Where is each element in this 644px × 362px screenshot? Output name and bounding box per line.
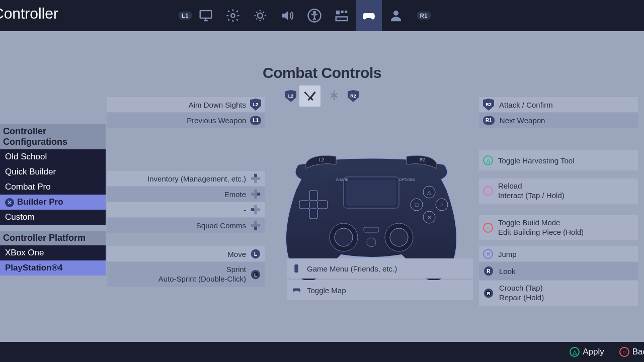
- svg-rect-6: [341, 11, 344, 13]
- svg-text:L2: L2: [319, 157, 324, 162]
- bind-previous-weapon[interactable]: Previous WeaponL1: [107, 113, 265, 128]
- bind-jump[interactable]: ✕Jump: [479, 246, 638, 261]
- config-builder-pro[interactable]: ✕Builder Pro: [0, 195, 106, 210]
- dpad-up-icon: [250, 173, 261, 184]
- svg-text:L: L: [254, 273, 257, 278]
- configs-heading: Controller Configurations: [0, 124, 106, 149]
- tab-controller[interactable]: [356, 0, 382, 31]
- config-custom[interactable]: ✕Custom: [0, 210, 106, 225]
- dpad-right-icon: [250, 189, 261, 200]
- bind-attack[interactable]: R2Attack / Confirm: [479, 97, 638, 112]
- right-binds-circle: ○Toggle Build ModeEdit Building Piece (H…: [479, 215, 638, 241]
- center-binds: Game Menu (Friends, etc.) Toggle Map: [287, 258, 473, 301]
- tab-accessibility[interactable]: [301, 0, 328, 31]
- l1-bumper-icon: L1: [179, 12, 192, 20]
- svg-rect-5: [336, 11, 340, 15]
- bind-squad-comms[interactable]: Squad Comms: [107, 218, 265, 233]
- right-binds-lower: ✕Jump RLook RCrouch (Tap)Repair (Hold): [479, 246, 638, 306]
- left-stick-icon: L: [250, 248, 261, 259]
- r1-bumper-icon: R1: [417, 12, 431, 20]
- bind-harvesting-tool[interactable]: △Toggle Harvesting Tool: [479, 150, 638, 170]
- config-quick-builder[interactable]: ✕Quick Builder: [0, 164, 106, 179]
- right-binds-triggers: R2Attack / Confirm R1Next Weapon: [479, 97, 638, 128]
- page-title: Controller: [0, 5, 58, 22]
- r2-icon: R2: [483, 99, 494, 111]
- tab-display[interactable]: [193, 0, 219, 31]
- mode-build[interactable]: [324, 85, 345, 107]
- left-binds-dpad: Inventory (Management, etc.) Emote - Squ…: [107, 171, 265, 233]
- bind-game-menu[interactable]: Game Menu (Friends, etc.): [287, 258, 473, 279]
- platform-heading: Controller Platform: [0, 231, 106, 245]
- right-binds-square: □ReloadInteract (Tap / Hold): [479, 178, 638, 204]
- circle-icon: ○: [619, 347, 629, 357]
- svg-rect-44: [294, 264, 298, 273]
- config-old-school[interactable]: ✕Old School: [0, 149, 106, 164]
- svg-text:L: L: [254, 251, 257, 257]
- bind-build-mode[interactable]: ○Toggle Build ModeEdit Building Piece (H…: [479, 215, 638, 240]
- svg-point-4: [313, 12, 315, 14]
- tab-audio[interactable]: [274, 0, 300, 31]
- left-stick-press-icon: L: [250, 269, 261, 280]
- sidebar-platforms: Controller Platform XBox One PlayStation…: [0, 231, 106, 276]
- bind-emote[interactable]: Emote: [107, 187, 265, 202]
- r1-icon: R1: [483, 116, 495, 125]
- right-stick-icon: R: [483, 265, 494, 277]
- footer-back[interactable]: ○Bac: [619, 347, 644, 357]
- svg-rect-8: [336, 17, 348, 21]
- tab-hud[interactable]: [329, 0, 355, 31]
- section-title: Combat Controls: [0, 64, 644, 81]
- right-stick-press-icon: R: [483, 288, 494, 299]
- sidebar-configs: Controller Configurations ✕Old School ✕Q…: [0, 124, 106, 225]
- mode-combat[interactable]: [299, 85, 320, 107]
- options-button-icon: [291, 263, 302, 274]
- bind-aim-down-sights[interactable]: Aim Down SightsL2: [107, 97, 265, 112]
- bind-look[interactable]: RLook: [479, 262, 638, 280]
- platform-xbox[interactable]: XBox One: [0, 245, 106, 260]
- svg-text:OPTIONS: OPTIONS: [399, 178, 415, 182]
- bind-inventory[interactable]: Inventory (Management, etc.): [107, 171, 265, 186]
- tab-strip: L1 R1: [179, 0, 431, 31]
- bind-toggle-map[interactable]: Toggle Map: [287, 280, 473, 300]
- left-binds-stick: MoveL SprintAuto-Sprint (Double-Click) L: [107, 246, 265, 288]
- triangle-icon: △: [570, 347, 580, 357]
- bind-crouch[interactable]: RCrouch (Tap)Repair (Hold): [479, 281, 638, 306]
- footer-bar: △Apply ○Bac: [0, 342, 644, 362]
- tab-brightness[interactable]: [247, 0, 273, 31]
- square-icon: □: [483, 186, 493, 196]
- svg-text:✕: ✕: [427, 215, 431, 220]
- footer-apply[interactable]: △Apply: [570, 347, 604, 357]
- svg-text:SHARE: SHARE: [336, 178, 348, 182]
- svg-text:○: ○: [440, 202, 444, 208]
- tab-settings[interactable]: [220, 0, 246, 31]
- bind-next-weapon[interactable]: R1Next Weapon: [479, 113, 638, 128]
- bind-dpad-left[interactable]: -: [107, 202, 265, 217]
- bind-sprint[interactable]: SprintAuto-Sprint (Double-Click) L: [107, 262, 265, 287]
- svg-point-41: [390, 228, 408, 246]
- right-binds-triangle: △Toggle Harvesting Tool: [479, 150, 638, 171]
- svg-rect-26: [309, 191, 317, 201]
- triangle-icon: △: [483, 155, 493, 165]
- svg-point-39: [335, 228, 353, 246]
- svg-point-9: [393, 11, 398, 16]
- circle-icon: ○: [483, 223, 493, 233]
- svg-rect-23: [346, 179, 396, 206]
- tab-account[interactable]: [383, 0, 409, 31]
- svg-text:R2: R2: [420, 157, 426, 162]
- dpad-left-icon: [250, 204, 261, 215]
- svg-rect-27: [309, 209, 317, 219]
- dpad-down-icon: [250, 220, 261, 231]
- l1-icon: L1: [250, 116, 261, 125]
- l2-icon: L2: [250, 99, 261, 111]
- svg-rect-28: [299, 201, 309, 209]
- svg-point-42: [367, 238, 376, 247]
- r2-badge-icon: R2: [348, 90, 359, 102]
- bind-reload[interactable]: □ReloadInteract (Tap / Hold): [479, 178, 638, 204]
- platform-ps4[interactable]: PlayStation®4: [0, 260, 106, 276]
- svg-text:R: R: [487, 268, 491, 274]
- l2-badge-icon: L2: [285, 90, 296, 102]
- top-bar: Controller L1 R1: [0, 0, 644, 31]
- svg-point-2: [258, 13, 263, 18]
- config-combat-pro[interactable]: ✕Combat Pro: [0, 179, 106, 195]
- bind-move[interactable]: MoveL: [107, 246, 265, 261]
- touchpad-icon: [291, 285, 302, 296]
